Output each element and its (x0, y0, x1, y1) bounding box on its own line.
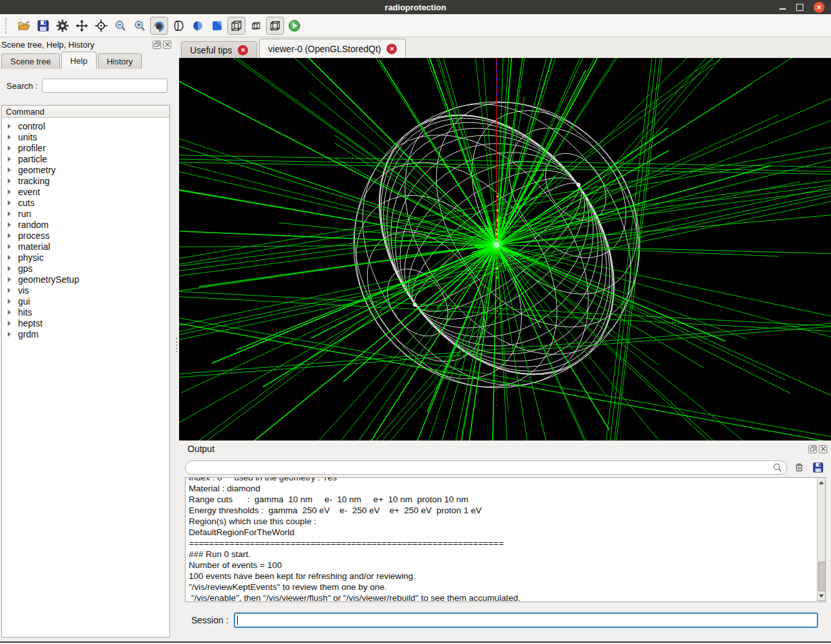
tree-item-process[interactable]: process (2, 230, 169, 241)
expander-icon[interactable] (8, 277, 11, 282)
expander-icon[interactable] (8, 244, 11, 249)
log-line: Region(s) which use this couple : (189, 516, 825, 527)
open-button[interactable] (15, 17, 33, 35)
close-panel-button[interactable] (163, 41, 171, 49)
output-log[interactable]: Index : 0 used in the geometry : YesMate… (185, 477, 826, 602)
help-search-input[interactable] (42, 79, 167, 93)
output-panel-title: Output (187, 444, 215, 454)
expander-icon[interactable] (8, 299, 11, 304)
scroll-down-icon[interactable] (817, 592, 825, 600)
log-line: Range cuts : gamma 10 nm e- 10 nm e+ 10 … (189, 494, 825, 505)
session-input[interactable] (234, 612, 818, 628)
tab-close-icon[interactable] (387, 44, 397, 54)
float-icon (154, 41, 160, 48)
log-line: "/vis/reviewKeptEvents" to review them o… (189, 582, 825, 592)
tree-item-profiler[interactable]: profiler (2, 142, 169, 153)
wireframe-style-button[interactable] (227, 17, 245, 35)
zoom-in-icon (133, 19, 146, 32)
expander-icon[interactable] (8, 135, 11, 140)
log-line: "/vis/enable", then "/vis/viewer/flush" … (189, 592, 825, 602)
expander-icon[interactable] (8, 124, 11, 129)
perspective-button[interactable] (247, 17, 265, 35)
tree-item-heptst[interactable]: heptst (2, 317, 169, 328)
tree-item-label: heptst (18, 318, 43, 328)
expander-icon[interactable] (8, 266, 11, 271)
opengl-viewer[interactable] (179, 58, 831, 440)
tree-item-gui[interactable]: gui (2, 296, 169, 307)
output-dock-panel: Output (174, 440, 831, 644)
gear-icon (56, 19, 69, 32)
tree-item-control[interactable]: control (2, 120, 169, 131)
expander-icon[interactable] (8, 288, 11, 293)
tab-help[interactable]: Help (61, 52, 97, 69)
tree-item-label: material (18, 242, 50, 252)
expander-icon[interactable] (8, 189, 11, 194)
save-button[interactable] (34, 17, 52, 35)
scroll-up-icon[interactable] (817, 478, 825, 486)
expander-icon[interactable] (8, 211, 11, 216)
tree-item-event[interactable]: event (2, 186, 169, 197)
expander-icon[interactable] (8, 332, 11, 337)
scrollbar-thumb[interactable] (818, 562, 826, 591)
float-output-button[interactable] (808, 445, 817, 453)
save-output-button[interactable] (812, 461, 825, 474)
tree-item-physic[interactable]: physic (2, 252, 169, 263)
tree-item-label: particle (18, 154, 47, 164)
tree-item-label: hits (18, 307, 32, 317)
search-icon (772, 462, 783, 473)
zoom-out-button[interactable] (111, 17, 129, 35)
settings-button[interactable] (53, 17, 72, 35)
tree-item-particle[interactable]: particle (2, 153, 169, 164)
tab-label: Useful tips (190, 45, 232, 55)
rotate-button[interactable] (150, 17, 168, 35)
expander-icon[interactable] (8, 167, 11, 173)
tree-item-geometrySetup[interactable]: geometrySetup (2, 274, 169, 285)
tree-item-geometry[interactable]: geometry (2, 164, 169, 175)
tree-item-cuts[interactable]: cuts (2, 197, 169, 208)
expander-icon[interactable] (8, 233, 11, 238)
tree-item-label: control (18, 121, 45, 131)
tree-item-label: random (18, 220, 48, 230)
expander-icon[interactable] (8, 146, 11, 151)
hidden-line-removal-button[interactable] (189, 17, 207, 35)
viewer-tab-useful-tips[interactable]: Useful tips (181, 41, 257, 58)
close-output-button[interactable] (819, 445, 827, 453)
tree-item-grdm[interactable]: grdm (2, 328, 169, 339)
run-beam-on-button[interactable] (285, 17, 303, 35)
expander-icon[interactable] (8, 255, 11, 260)
tree-item-run[interactable]: run (2, 208, 169, 219)
tree-item-units[interactable]: units (2, 131, 169, 142)
float-panel-button[interactable] (153, 41, 161, 49)
surfaces-style-button[interactable] (169, 17, 187, 35)
close-button[interactable] (814, 2, 825, 13)
solid-style-button[interactable] (208, 17, 226, 35)
zoom-in-button[interactable] (131, 17, 149, 35)
tree-item-random[interactable]: random (2, 219, 169, 230)
tab-scene-tree[interactable]: Scene tree (1, 53, 60, 69)
expander-icon[interactable] (8, 222, 11, 227)
tab-history[interactable]: History (98, 53, 142, 69)
expander-icon[interactable] (8, 178, 11, 184)
tree-item-material[interactable]: material (2, 241, 169, 252)
pick-button[interactable] (92, 17, 110, 35)
minimize-button[interactable] (779, 5, 786, 10)
tree-item-vis[interactable]: vis (2, 285, 169, 296)
expander-icon[interactable] (8, 156, 11, 162)
tree-item-tracking[interactable]: tracking (2, 175, 169, 186)
expander-icon[interactable] (8, 321, 11, 326)
toolbar-drag-handle[interactable] (5, 18, 8, 33)
maximize-button[interactable] (796, 4, 803, 11)
orthographic-button[interactable] (266, 17, 284, 35)
viewer-tab-viewer-0-openglstoredqt-[interactable]: viewer-0 (OpenGLStoredQt) (259, 39, 406, 58)
output-scrollbar[interactable] (817, 477, 826, 601)
move-button[interactable] (73, 17, 91, 35)
search-label: Search : (6, 81, 37, 91)
tab-close-icon[interactable] (238, 45, 248, 55)
tree-item-hits[interactable]: hits (2, 307, 169, 317)
clear-output-button[interactable] (793, 461, 806, 474)
expander-icon[interactable] (8, 200, 11, 205)
log-line: Index : 0 used in the geometry : Yes (189, 477, 825, 483)
tree-item-gps[interactable]: gps (2, 263, 169, 274)
expander-icon[interactable] (8, 310, 11, 315)
output-search-input[interactable] (185, 460, 787, 475)
